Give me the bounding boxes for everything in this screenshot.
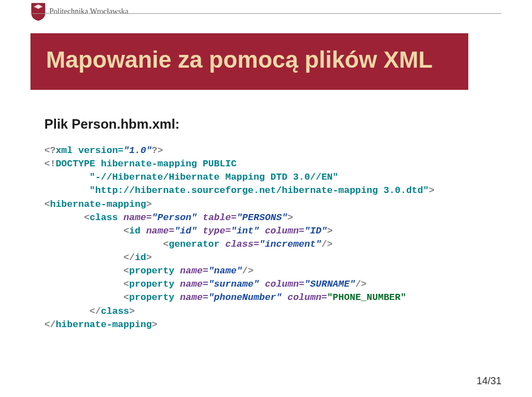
header-logo-block: Politechnika Wrocławska — [30, 2, 129, 21]
code-token: column= — [265, 279, 304, 289]
shield-icon — [30, 2, 46, 21]
code-token: hibernate-mapping — [55, 319, 151, 330]
code-token: "phoneNumber" — [208, 292, 288, 303]
code-token: < — [44, 279, 129, 289]
content-area: Plik Person.hbm.xml: <?xml version="1.0"… — [44, 116, 493, 332]
code-token: class — [90, 212, 124, 223]
code-token: id — [129, 226, 146, 236]
code-token: "PHONE_NUMBER" — [327, 292, 406, 303]
code-token: column= — [265, 226, 304, 236]
code-token: < — [44, 199, 50, 210]
code-token: "name" — [208, 266, 242, 276]
code-token: class= — [225, 239, 259, 250]
code-token: ?> — [152, 145, 163, 156]
code-token: "http://hibernate.sourceforge.net/hibern… — [44, 185, 429, 196]
code-token: hibernate-mapping — [50, 199, 146, 210]
subtitle: Plik Person.hbm.xml: — [44, 116, 493, 132]
code-token: /> — [355, 279, 366, 289]
code-token: "surname" — [208, 279, 265, 289]
code-token: "increment" — [259, 239, 321, 250]
code-token: property — [129, 292, 180, 303]
code-token: < — [44, 239, 168, 250]
code-token: "int" — [231, 226, 265, 236]
code-token: > — [327, 226, 332, 236]
title-banner: Mapowanie za pomocą plików XML — [30, 33, 468, 90]
code-token: "PERSONS" — [237, 212, 288, 223]
code-token: /> — [242, 266, 253, 276]
code-token: "SURNAME" — [304, 279, 355, 289]
code-token: <! — [44, 159, 55, 169]
code-token: "id" — [175, 226, 203, 236]
code-block: <?xml version="1.0"?> <!DOCTYPE hibernat… — [44, 144, 493, 332]
code-token: < — [44, 212, 90, 223]
code-token: xml version= — [55, 145, 123, 156]
code-token: "Person" — [152, 212, 203, 223]
code-token: "-//Hibernate/Hibernate Mapping DTD 3.0/… — [44, 172, 339, 182]
code-token: > — [146, 199, 152, 210]
code-token: > — [152, 319, 157, 330]
code-token: "1.0" — [124, 145, 152, 156]
code-token: < — [44, 266, 129, 276]
code-token: > — [429, 185, 434, 196]
code-token: "ID" — [304, 226, 327, 236]
code-token: property — [129, 279, 180, 289]
code-token: name= — [180, 266, 208, 276]
code-token: type= — [203, 226, 231, 236]
code-token: </ — [44, 319, 55, 330]
code-token: name= — [124, 212, 152, 223]
code-token: > — [288, 212, 293, 223]
university-name: Politechnika Wrocławska — [49, 7, 129, 16]
code-token: /> — [321, 239, 332, 250]
code-token: > — [146, 252, 152, 263]
code-token: class — [101, 306, 129, 317]
code-token: </ — [44, 252, 135, 263]
code-token: name= — [146, 226, 175, 236]
code-token: id — [135, 252, 146, 263]
page-number: 14/31 — [477, 375, 502, 387]
header-divider — [30, 13, 502, 14]
code-token: name= — [180, 292, 208, 303]
code-token: < — [44, 226, 129, 236]
code-token: DOCTYPE hibernate-mapping PUBLIC — [55, 159, 236, 169]
code-token: generator — [168, 239, 225, 250]
code-token: property — [129, 266, 180, 276]
code-token: column= — [288, 292, 327, 303]
code-token: name= — [180, 279, 208, 289]
code-token: > — [129, 306, 135, 317]
code-token: < — [44, 292, 129, 303]
slide-title: Mapowanie za pomocą plików XML — [46, 47, 453, 73]
code-token: </ — [44, 306, 101, 317]
code-token: table= — [203, 212, 237, 223]
code-token: <? — [44, 145, 55, 156]
